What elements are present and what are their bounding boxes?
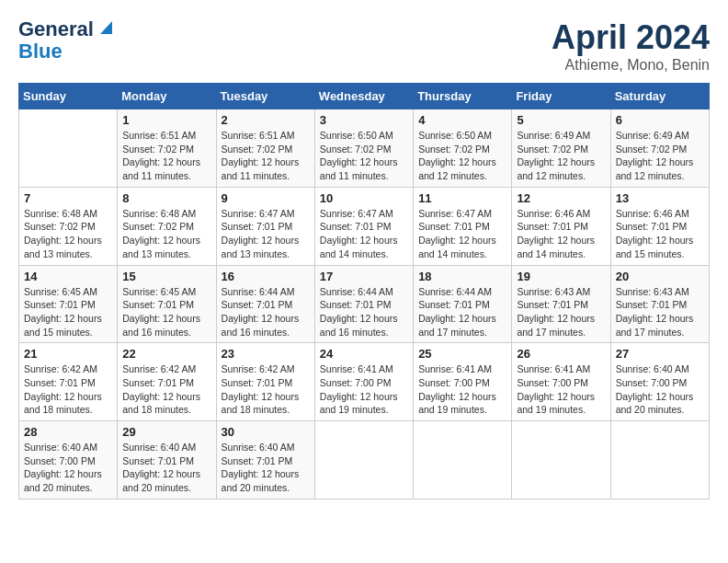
calendar-cell: 7 Sunrise: 6:48 AMSunset: 7:02 PMDayligh… [19,187,118,265]
day-info: Sunrise: 6:40 AMSunset: 7:01 PMDaylight:… [122,441,210,495]
day-info: Sunrise: 6:47 AMSunset: 7:01 PMDaylight:… [222,207,310,261]
day-number: 5 [517,113,605,127]
calendar-cell: 25 Sunrise: 6:41 AMSunset: 7:00 PMDaylig… [414,343,512,421]
calendar-header-monday: Monday [118,84,216,109]
logo: General Blue [18,18,112,63]
day-number: 3 [320,113,408,127]
logo-text-general: General [18,18,94,40]
calendar-cell [512,421,610,500]
day-info: Sunrise: 6:51 AMSunset: 7:02 PMDaylight:… [222,129,310,183]
calendar-cell: 19 Sunrise: 6:43 AMSunset: 7:01 PMDaylig… [512,265,610,343]
svg-marker-0 [100,21,112,34]
day-info: Sunrise: 6:45 AMSunset: 7:01 PMDaylight:… [24,285,112,339]
calendar-cell: 30 Sunrise: 6:40 AMSunset: 7:01 PMDaylig… [216,421,314,500]
day-info: Sunrise: 6:42 AMSunset: 7:01 PMDaylight:… [222,362,310,417]
calendar-week-row: 1 Sunrise: 6:51 AMSunset: 7:02 PMDayligh… [19,109,710,188]
calendar-cell: 3 Sunrise: 6:50 AMSunset: 7:02 PMDayligh… [314,109,413,188]
day-info: Sunrise: 6:41 AMSunset: 7:00 PMDaylight:… [320,362,408,417]
calendar-cell: 22 Sunrise: 6:42 AMSunset: 7:01 PMDaylig… [118,343,216,421]
calendar-cell: 18 Sunrise: 6:44 AMSunset: 7:01 PMDaylig… [414,265,512,343]
day-info: Sunrise: 6:50 AMSunset: 7:02 PMDaylight:… [320,129,408,183]
calendar-cell: 21 Sunrise: 6:42 AMSunset: 7:01 PMDaylig… [19,343,118,421]
day-number: 4 [418,113,506,127]
day-number: 29 [122,425,210,439]
day-number: 12 [517,191,605,205]
day-info: Sunrise: 6:42 AMSunset: 7:01 PMDaylight:… [122,362,210,417]
calendar-cell: 20 Sunrise: 6:43 AMSunset: 7:01 PMDaylig… [610,265,709,343]
day-info: Sunrise: 6:43 AMSunset: 7:01 PMDaylight:… [517,285,605,339]
day-number: 7 [24,191,112,205]
page-header: General Blue April 2024 Athieme, Mono, B… [18,18,710,74]
day-number: 21 [24,347,112,361]
calendar-cell: 9 Sunrise: 6:47 AMSunset: 7:01 PMDayligh… [216,187,314,265]
day-info: Sunrise: 6:44 AMSunset: 7:01 PMDaylight:… [418,285,506,339]
calendar-cell: 1 Sunrise: 6:51 AMSunset: 7:02 PMDayligh… [118,109,216,188]
calendar-cell: 29 Sunrise: 6:40 AMSunset: 7:01 PMDaylig… [118,421,216,500]
day-info: Sunrise: 6:44 AMSunset: 7:01 PMDaylight:… [222,285,310,339]
calendar-header-tuesday: Tuesday [216,84,314,109]
calendar-cell: 4 Sunrise: 6:50 AMSunset: 7:02 PMDayligh… [414,109,512,188]
calendar-cell: 5 Sunrise: 6:49 AMSunset: 7:02 PMDayligh… [512,109,610,188]
day-number: 19 [517,270,605,283]
calendar-cell: 24 Sunrise: 6:41 AMSunset: 7:00 PMDaylig… [314,343,413,421]
calendar-header-wednesday: Wednesday [314,84,413,109]
day-info: Sunrise: 6:45 AMSunset: 7:01 PMDaylight:… [122,285,210,339]
calendar-cell [414,421,512,500]
day-number: 25 [418,347,506,361]
day-info: Sunrise: 6:51 AMSunset: 7:02 PMDaylight:… [122,129,210,183]
calendar-cell: 16 Sunrise: 6:44 AMSunset: 7:01 PMDaylig… [216,265,314,343]
calendar-cell [314,421,413,500]
day-info: Sunrise: 6:47 AMSunset: 7:01 PMDaylight:… [418,207,506,261]
day-number: 17 [320,270,408,283]
calendar-cell: 23 Sunrise: 6:42 AMSunset: 7:01 PMDaylig… [216,343,314,421]
month-title: April 2024 [552,18,710,57]
day-number: 15 [122,270,210,283]
day-number: 8 [122,191,210,205]
calendar-header-thursday: Thursday [414,84,512,109]
day-number: 30 [222,425,310,439]
day-number: 16 [222,270,310,283]
location-title: Athieme, Mono, Benin [552,57,710,74]
title-area: April 2024 Athieme, Mono, Benin [552,18,710,74]
day-info: Sunrise: 6:48 AMSunset: 7:02 PMDaylight:… [122,207,210,261]
day-info: Sunrise: 6:42 AMSunset: 7:01 PMDaylight:… [24,362,112,417]
calendar-week-row: 21 Sunrise: 6:42 AMSunset: 7:01 PMDaylig… [19,343,710,421]
calendar-cell: 17 Sunrise: 6:44 AMSunset: 7:01 PMDaylig… [314,265,413,343]
calendar-cell: 6 Sunrise: 6:49 AMSunset: 7:02 PMDayligh… [610,109,709,188]
calendar-cell [610,421,709,500]
day-number: 24 [320,347,408,361]
calendar-table: SundayMondayTuesdayWednesdayThursdayFrid… [18,83,710,500]
calendar-cell [19,109,118,188]
day-number: 1 [122,113,210,127]
day-number: 10 [320,191,408,205]
day-info: Sunrise: 6:41 AMSunset: 7:00 PMDaylight:… [517,362,605,417]
calendar-cell: 15 Sunrise: 6:45 AMSunset: 7:01 PMDaylig… [118,265,216,343]
calendar-header-row: SundayMondayTuesdayWednesdayThursdayFrid… [19,84,710,109]
day-info: Sunrise: 6:50 AMSunset: 7:02 PMDaylight:… [418,129,506,183]
calendar-cell: 10 Sunrise: 6:47 AMSunset: 7:01 PMDaylig… [314,187,413,265]
calendar-header-saturday: Saturday [610,84,709,109]
day-number: 9 [222,191,310,205]
calendar-cell: 13 Sunrise: 6:46 AMSunset: 7:01 PMDaylig… [610,187,709,265]
day-info: Sunrise: 6:47 AMSunset: 7:01 PMDaylight:… [320,207,408,261]
day-number: 22 [122,347,210,361]
calendar-cell: 8 Sunrise: 6:48 AMSunset: 7:02 PMDayligh… [118,187,216,265]
calendar-header-friday: Friday [512,84,610,109]
calendar-header-sunday: Sunday [19,84,118,109]
day-info: Sunrise: 6:40 AMSunset: 7:01 PMDaylight:… [222,441,310,495]
day-number: 18 [418,270,506,283]
day-number: 28 [24,425,112,439]
calendar-cell: 26 Sunrise: 6:41 AMSunset: 7:00 PMDaylig… [512,343,610,421]
calendar-week-row: 28 Sunrise: 6:40 AMSunset: 7:00 PMDaylig… [19,421,710,500]
calendar-cell: 12 Sunrise: 6:46 AMSunset: 7:01 PMDaylig… [512,187,610,265]
day-number: 13 [616,191,704,205]
day-number: 27 [616,347,704,361]
calendar-cell: 2 Sunrise: 6:51 AMSunset: 7:02 PMDayligh… [216,109,314,188]
day-number: 6 [616,113,704,127]
day-info: Sunrise: 6:46 AMSunset: 7:01 PMDaylight:… [517,207,605,261]
day-number: 20 [616,270,704,283]
day-number: 11 [418,191,506,205]
calendar-week-row: 7 Sunrise: 6:48 AMSunset: 7:02 PMDayligh… [19,187,710,265]
calendar-cell: 11 Sunrise: 6:47 AMSunset: 7:01 PMDaylig… [414,187,512,265]
day-info: Sunrise: 6:49 AMSunset: 7:02 PMDaylight:… [517,129,605,183]
